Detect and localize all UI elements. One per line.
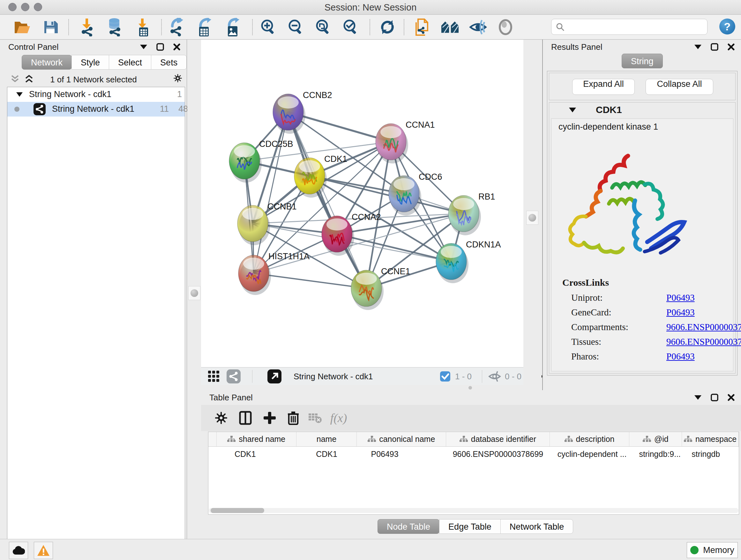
node-CCNA1[interactable]: CCNA1 [376,120,435,164]
zoom-out-icon[interactable] [286,18,305,36]
node-CCNB1[interactable]: CCNB1 [238,202,297,245]
gene-description: cyclin-dependent kinase 1 [558,122,658,132]
right-splitter-handle[interactable] [526,211,538,225]
tab-sets[interactable]: Sets [151,55,187,70]
warning-icon [37,545,50,556]
tab-select[interactable]: Select [109,55,151,70]
node-CCNB2[interactable]: CCNB2 [273,90,332,134]
panel-float-icon[interactable] [711,393,719,401]
crosslinks-title: CrossLinks [562,277,609,288]
network-collection-row[interactable]: String Network - cdk1 1 [7,87,185,102]
selected-checkbox-icon[interactable] [440,369,451,383]
tab-edge-table[interactable]: Edge Table [439,519,501,534]
panel-float-icon[interactable] [156,43,164,51]
node-CDKN1A[interactable]: CDKN1A [436,240,501,283]
columns-icon[interactable] [237,409,254,427]
first-neighbors-icon[interactable] [441,18,459,36]
panel-close-icon[interactable] [727,43,735,51]
export-image-icon[interactable] [223,18,241,36]
delete-table-icon[interactable] [307,409,324,427]
node-CDC6[interactable]: CDC6 [389,172,442,215]
column-header--id[interactable]: @id [629,432,682,446]
left-splitter-handle[interactable] [188,286,200,300]
crosslink-label: Tissues: [571,336,601,347]
network-canvas[interactable]: CCNB2CCNA1CDC25BCDK1CDC6RB1CCNB1CCNA2CDK… [201,40,523,367]
tab-network[interactable]: Network [22,55,72,70]
minimize-window-button[interactable] [21,3,29,11]
zoom-in-icon[interactable] [259,18,277,36]
namespace-tree-icon [684,436,692,443]
node-HIST1H1A[interactable]: HIST1H1A [239,252,310,295]
column-header-name[interactable]: name [296,432,357,446]
gear-icon[interactable] [174,74,182,82]
copy-network-document-icon[interactable] [413,18,431,36]
panel-menu-icon[interactable] [694,43,702,51]
collapse-all-button[interactable]: Collapse All [646,79,713,95]
cloud-status-button[interactable] [9,542,28,559]
tab-network-table[interactable]: Network Table [500,519,574,534]
search-input[interactable] [568,20,705,34]
panel-float-icon[interactable] [711,43,719,51]
refresh-layout-icon[interactable] [379,18,396,36]
open-in-new-window-icon[interactable] [267,369,281,383]
node-RB1[interactable]: RB1 [448,192,495,235]
section-expander-icon[interactable] [569,108,576,112]
horizontal-splitter-handle[interactable] [468,386,472,389]
tab-node-table[interactable]: Node Table [378,519,440,534]
node-CDC25B[interactable]: CDC25B [229,139,293,183]
crosslink-link[interactable]: P06493 [666,293,695,303]
column-header-database-identifier[interactable]: database identifier [446,432,550,446]
zoom-window-button[interactable] [34,3,42,11]
hide-selected-eye-icon[interactable] [469,18,487,36]
open-session-icon[interactable] [13,18,31,36]
tree-expander-icon[interactable] [16,92,23,97]
help-button[interactable]: ? [719,18,735,35]
crosslink-link[interactable]: P06493 [666,351,695,362]
column-header-description[interactable]: description [550,432,630,446]
show-all-eye-icon[interactable] [496,18,515,36]
crosslink-row: Pharos:P06493 [551,351,734,366]
column-header-canonical-name[interactable]: canonical name [357,432,446,446]
table-row[interactable]: CDK1CDK1P064939606.ENSP00000378699cyclin… [208,447,739,461]
tab-string[interactable]: String [622,54,663,68]
export-table-icon[interactable] [195,18,213,36]
function-builder-icon[interactable]: f(x) [330,409,347,427]
add-column-icon[interactable] [261,409,278,427]
close-window-button[interactable] [8,3,17,11]
import-network-database-icon[interactable] [105,18,123,36]
network-overview-share-icon[interactable] [226,369,241,383]
column-header-namespace[interactable]: namespace [682,432,739,446]
main-toolbar: ? [0,15,741,40]
panel-close-icon[interactable] [727,393,735,401]
import-network-file-icon[interactable] [78,18,96,36]
hidden-eye-icon[interactable] [488,369,501,383]
node-CCNE1[interactable]: CCNE1 [351,266,410,310]
warning-status-button[interactable] [34,542,53,559]
crosslink-link[interactable]: 9606.ENSP00000378699 [666,336,741,347]
panel-menu-icon[interactable] [694,393,702,401]
scrollbar-thumb[interactable] [211,508,264,513]
hidden-counts: 0 - 0 [505,369,522,383]
tab-style[interactable]: Style [71,55,109,70]
column-header-shared-name[interactable]: shared name [217,432,296,446]
panel-close-icon[interactable] [173,43,181,51]
expand-all-button[interactable]: Expand All [572,79,635,95]
import-table-icon[interactable] [134,18,152,36]
crosslink-link[interactable]: P06493 [666,307,695,318]
edge-CCNB2-HIST1H1A[interactable] [254,112,288,273]
horizontal-scrollbar[interactable] [209,508,738,513]
grid-view-icon[interactable] [207,369,220,383]
export-network-icon[interactable] [167,18,185,36]
gear-icon[interactable] [212,409,230,427]
memory-button[interactable]: Memory [687,542,738,558]
zoom-selected-icon[interactable] [341,18,359,36]
network-row-selected[interactable]: String Network - cdk1 11 48 [7,102,185,117]
delete-column-trash-icon[interactable] [285,409,302,427]
save-session-icon[interactable] [42,18,59,36]
gene-name: CDK1 [596,105,622,115]
column-label: @id [654,435,669,444]
panel-menu-icon[interactable] [139,43,148,51]
zoom-fit-icon[interactable] [314,18,332,36]
crosslink-link[interactable]: 9606.ENSP00000378699 [666,322,741,332]
edge-CCNB2-CCNE1[interactable] [288,112,366,288]
